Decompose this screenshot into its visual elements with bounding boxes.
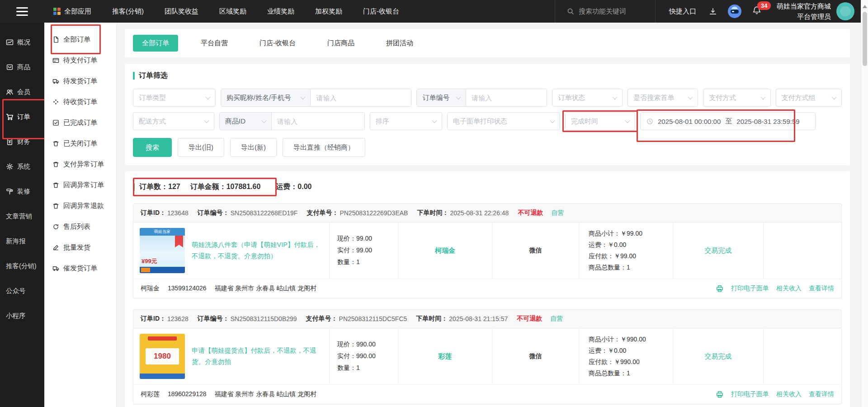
account-info[interactable]: 萌娃当家官方商城 平台管理员: [777, 1, 831, 22]
complete-time-select[interactable]: 完成时间: [565, 112, 635, 130]
print-eorder-link[interactable]: 打印电子面单: [731, 390, 769, 398]
submenu-pending-payment[interactable]: 待支付订单: [44, 50, 116, 71]
order-no-select[interactable]: 订单编号: [417, 89, 466, 106]
tab-store-cashier[interactable]: 门店-收银台: [250, 35, 305, 52]
submenu-pending-shipment[interactable]: 待发货订单: [44, 71, 116, 91]
submenu-urge-shipment[interactable]: 催发货订单: [44, 258, 116, 279]
sidebar-item-goods[interactable]: 商品: [0, 55, 44, 80]
delivery-method-select[interactable]: 配送方式: [133, 112, 214, 130]
submenu-payment-abnormal[interactable]: 支付异常订单: [44, 154, 116, 175]
filter-row-1: 订单类型 购买昵称/姓名/手机号 订单编号 订单状态 是否搜索首单 支付方式 支…: [133, 89, 842, 107]
gear-icon: [6, 163, 14, 170]
tab-store-goods[interactable]: 门店商品: [318, 35, 363, 52]
function-search-input[interactable]: 搜索功能关键词: [555, 0, 656, 23]
scroll-up-arrow-icon[interactable]: [863, 3, 867, 8]
tab-platform-self[interactable]: 平台自营: [192, 35, 237, 52]
assistant-robot-icon[interactable]: [728, 5, 741, 18]
product-name-link[interactable]: 申请【萌娃提货点】付款后，不退款，不退货。介意勿拍: [192, 345, 322, 368]
sidebar-item-official-account[interactable]: 公众号: [0, 279, 44, 303]
tab-all-orders[interactable]: 全部订单: [133, 35, 178, 52]
submenu-aftersale-list[interactable]: 售后列表: [44, 216, 116, 237]
pay-method-group-select[interactable]: 支付方式组: [776, 89, 842, 107]
submenu-completed-orders[interactable]: 已完成订单: [44, 112, 116, 133]
search-button[interactable]: 搜索: [133, 138, 172, 157]
order-freight-total: 运费：0.00: [276, 182, 311, 192]
sidebar-item-finance[interactable]: 财务: [0, 129, 44, 154]
order-type-select[interactable]: 订单类型: [133, 89, 216, 107]
tab-group-activity[interactable]: 拼团活动: [377, 35, 422, 52]
subtotal-row: 商品小计：￥990.00: [589, 336, 646, 344]
scrollbar-thumb[interactable]: [863, 12, 867, 66]
sort-select[interactable]: 排序: [370, 112, 442, 130]
top-menu-weighted-reward[interactable]: 加权奖励: [315, 7, 342, 16]
sidebar-item-article-marketing[interactable]: 文章营销: [0, 204, 44, 229]
trash-icon: [52, 203, 59, 209]
avatar[interactable]: [836, 2, 854, 20]
chevron-down-icon: [613, 95, 618, 99]
order-header: 订单ID：123648 订单编号：SN25083122268ED19F 支付单号…: [133, 204, 841, 222]
quantity: 数量：1: [337, 258, 360, 266]
order-no-input[interactable]: [466, 89, 547, 106]
top-menu-all-apps[interactable]: 全部应用: [53, 7, 91, 16]
aftersale-icon: [52, 223, 59, 230]
sidebar-item-system[interactable]: 系统: [0, 154, 44, 179]
view-detail-link[interactable]: 查看详情: [809, 284, 834, 293]
submenu-pending-receipt[interactable]: 待收货订单: [44, 91, 116, 112]
buyer-field-select[interactable]: 购买昵称/姓名/手机号: [221, 89, 311, 106]
export-new-button[interactable]: 导出(新): [230, 138, 277, 157]
top-menu-performance-reward[interactable]: 业绩奖励: [267, 7, 294, 16]
submenu-callback-abnormal[interactable]: 回调异常订单: [44, 175, 116, 195]
sidebar-item-orders[interactable]: 订单: [0, 104, 44, 129]
date-range-input[interactable]: 2025-08-01 00:00:00 至 2025-08-31 23:59:5…: [640, 112, 816, 130]
stats-annotated-group: 订单数：127 订单金额：107881.60: [139, 182, 270, 192]
status-cell: 交易完成: [673, 328, 763, 384]
buyer-name-link[interactable]: 彩莲: [439, 352, 452, 361]
export-old-button[interactable]: 导出(旧): [178, 138, 224, 157]
buyer-name-link[interactable]: 柯瑞金: [435, 246, 455, 255]
submenu-batch-shipment[interactable]: 批量发货: [44, 237, 116, 258]
print-eorder-link[interactable]: 打印电子面单: [731, 284, 769, 293]
filter-title: 订单筛选: [133, 71, 842, 80]
chart-icon: [6, 38, 14, 46]
sidebar-item-overview[interactable]: 概况: [0, 30, 44, 55]
sidebar-item-decorate[interactable]: 装修: [0, 179, 44, 204]
sidebar-item-promoter[interactable]: 推客(分销): [0, 254, 44, 279]
product-id-select[interactable]: 商品ID: [220, 113, 272, 130]
view-detail-link[interactable]: 查看详情: [809, 390, 834, 398]
menu-toggle-icon[interactable]: [0, 7, 44, 16]
chevron-down-icon: [831, 95, 836, 99]
sidebar-item-mini-program[interactable]: 小程序: [0, 303, 44, 328]
order-actions: 打印电子面单 相关收入 查看详情: [716, 284, 834, 293]
order-amount: 订单金额：107881.60: [190, 182, 261, 192]
page-scrollbar[interactable]: [861, 0, 868, 407]
export-direct-button[interactable]: 导出直推（经销商）: [283, 138, 365, 157]
sidebar-item-members[interactable]: 会员: [0, 80, 44, 104]
sidebar-item-new-poster[interactable]: 新海报: [0, 229, 44, 254]
submenu-closed-orders[interactable]: 已关闭订单: [44, 133, 116, 154]
related-income-link[interactable]: 相关收入: [776, 390, 802, 398]
download-icon[interactable]: [709, 7, 717, 15]
trash-icon: [52, 161, 59, 168]
pay-method-select[interactable]: 支付方式: [703, 89, 770, 107]
first-order-select[interactable]: 是否搜索首单: [627, 89, 698, 107]
shipping-address: 柯瑞金 13599124026 福建省 泉州市 永春县 岵山镇 龙阁村: [141, 284, 323, 293]
order-status-select[interactable]: 订单状态: [552, 89, 623, 107]
buyer-keyword-input[interactable]: [311, 89, 411, 106]
quick-entry-link[interactable]: 快捷入口: [669, 7, 696, 16]
top-menu-store-cashier[interactable]: 门店-收银台: [363, 7, 399, 16]
topbar: 全部应用 推客(分销) 团队奖收益 区域奖励 业绩奖励 加权奖励 门店-收银台 …: [0, 0, 868, 23]
submenu-callback-refund[interactable]: 回调异常退款: [44, 195, 116, 216]
submenu-all-orders[interactable]: 全部订单: [44, 29, 116, 50]
top-menu-region-reward[interactable]: 区域奖励: [219, 7, 246, 16]
filter-buttons: 搜索 导出(旧) 导出(新) 导出直推（经销商）: [133, 138, 842, 157]
product-id-input[interactable]: [272, 113, 364, 130]
top-menu-promoter[interactable]: 推客(分销): [112, 7, 144, 16]
product-name-link[interactable]: 萌娃洗涤八件套（申请【萌娃VIP】付款后，不退款，不退货。介意勿拍）: [192, 239, 322, 262]
order-submenu: 全部订单 待支付订单 待发货订单 待收货订单 已完成订单 已关闭订单 支付异常订…: [44, 23, 117, 407]
action-cell: [763, 328, 841, 384]
eprint-status-select[interactable]: 电子面单打印状态: [447, 112, 560, 130]
related-income-link[interactable]: 相关收入: [776, 284, 802, 293]
notifications-button[interactable]: 34: [752, 6, 761, 17]
paint-roller-icon: [6, 188, 14, 195]
top-menu-team-income[interactable]: 团队奖收益: [165, 7, 198, 16]
